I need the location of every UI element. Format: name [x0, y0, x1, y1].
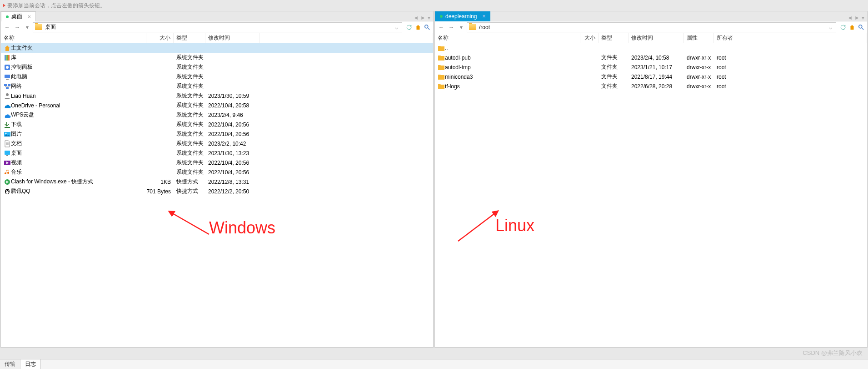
- folder-icon: [469, 24, 476, 30]
- list-item[interactable]: 网络系统文件夹: [1, 81, 433, 91]
- col-name[interactable]: 名称: [1, 33, 146, 43]
- local-tab-label: 桌面: [11, 13, 22, 20]
- dropdown-icon[interactable]: ⌵: [827, 24, 834, 30]
- item-name: 主文件夹: [11, 44, 33, 52]
- list-item[interactable]: ..: [435, 43, 867, 53]
- cell-owner: root: [714, 55, 741, 61]
- local-tabbar: 桌面 × ◄ ► ▾: [1, 11, 433, 21]
- col-name[interactable]: 名称: [435, 33, 580, 43]
- svg-rect-1: [5, 55, 6, 61]
- tab-transfer[interactable]: 传输: [0, 359, 20, 369]
- list-item[interactable]: Liao Huan系统文件夹2023/1/30, 10:59: [1, 91, 433, 101]
- col-modified[interactable]: 修改时间: [205, 33, 260, 43]
- col-owner[interactable]: 所有者: [714, 33, 741, 43]
- list-item[interactable]: Clash for Windows.exe - 快捷方式1KB快捷方式2022/…: [1, 177, 433, 187]
- svg-point-14: [5, 132, 7, 134]
- folder-icon: [438, 83, 445, 90]
- refresh-button[interactable]: [839, 23, 847, 31]
- watermark: CSDN @弗兰随风小欢: [803, 349, 863, 357]
- cell-type: 系统文件夹: [174, 121, 205, 128]
- tab-right-icon[interactable]: ►: [420, 15, 426, 21]
- cell-type: 系统文件夹: [174, 130, 205, 138]
- history-dropdown-icon[interactable]: ▾: [457, 23, 466, 32]
- cell-name: miniconda3: [435, 73, 580, 81]
- list-item[interactable]: 桌面系统文件夹2023/1/30, 13:23: [1, 148, 433, 158]
- refresh-button[interactable]: [405, 23, 413, 31]
- cell-type: 系统文件夹: [174, 149, 205, 157]
- list-item[interactable]: 主文件夹: [1, 43, 433, 53]
- list-item[interactable]: 下载系统文件夹2022/10/4, 20:56: [1, 120, 433, 129]
- remote-path-box[interactable]: ⌵: [467, 22, 836, 32]
- list-item[interactable]: 图片系统文件夹2022/10/4, 20:56: [1, 129, 433, 139]
- svg-point-0: [425, 25, 428, 28]
- music-icon: [4, 169, 11, 176]
- home-button[interactable]: [414, 23, 422, 31]
- cell-name: 主文件夹: [1, 44, 146, 52]
- cell-modified: 2021/8/17, 19:44: [629, 74, 684, 80]
- svg-rect-7: [6, 79, 9, 80]
- cell-attr: drwxr-xr-x: [684, 74, 714, 80]
- cell-type: 系统文件夹: [174, 111, 205, 119]
- col-spacer: [260, 33, 433, 43]
- item-name: 视频: [11, 159, 22, 167]
- close-icon[interactable]: ×: [28, 14, 31, 20]
- list-item[interactable]: 文档系统文件夹2023/2/2, 10:42: [1, 139, 433, 148]
- tab-left-icon[interactable]: ◄: [847, 15, 853, 21]
- remote-path-input[interactable]: [479, 24, 827, 30]
- forward-button[interactable]: →: [447, 23, 456, 32]
- cell-name: 桌面: [1, 149, 146, 157]
- list-item[interactable]: WPS云盘系统文件夹2023/2/4, 9:46: [1, 110, 433, 120]
- thispc-icon: [4, 73, 11, 81]
- tab-left-icon[interactable]: ◄: [413, 15, 419, 21]
- cell-name: WPS云盘: [1, 111, 146, 119]
- back-button[interactable]: ←: [3, 23, 12, 32]
- cell-modified: 2022/6/28, 20:28: [629, 83, 684, 90]
- forward-button[interactable]: →: [13, 23, 22, 32]
- list-item[interactable]: tf-logs文件夹2022/6/28, 20:28drwxr-xr-xroot: [435, 81, 867, 91]
- list-item[interactable]: 腾讯QQ701 Bytes快捷方式2022/12/2, 20:50: [1, 187, 433, 196]
- list-item[interactable]: autodl-pub文件夹2023/2/4, 10:58drwxr-xr-xro…: [435, 53, 867, 62]
- back-button[interactable]: ←: [437, 23, 446, 32]
- cell-attr: drwxr-xr-x: [684, 64, 714, 71]
- cell-attr: drwxr-xr-x: [684, 83, 714, 90]
- col-type[interactable]: 类型: [599, 33, 629, 43]
- home-button[interactable]: [848, 23, 856, 31]
- col-modified[interactable]: 修改时间: [629, 33, 684, 43]
- list-item[interactable]: 音乐系统文件夹2022/10/4, 20:56: [1, 167, 433, 177]
- col-attr[interactable]: 属性: [684, 33, 714, 43]
- status-dot-icon: [6, 15, 9, 18]
- col-type[interactable]: 类型: [174, 33, 205, 43]
- find-button[interactable]: [423, 23, 431, 31]
- cell-attr: drwxr-xr-x: [684, 55, 714, 61]
- tab-right-icon[interactable]: ►: [854, 15, 860, 21]
- col-size[interactable]: 大小: [580, 33, 599, 43]
- tab-log[interactable]: 日志: [20, 359, 41, 369]
- onedrive-icon: [4, 102, 11, 109]
- remote-tab[interactable]: deeplearning ×: [435, 11, 490, 21]
- list-item[interactable]: autodl-tmp文件夹2023/1/21, 10:17drwxr-xr-xr…: [435, 62, 867, 72]
- col-size[interactable]: 大小: [146, 33, 174, 43]
- tab-menu-icon[interactable]: ▾: [862, 15, 864, 21]
- item-name: tf-logs: [445, 83, 460, 90]
- list-item[interactable]: 此电脑系统文件夹: [1, 72, 433, 81]
- dropdown-icon[interactable]: ⌵: [393, 24, 400, 30]
- item-name: 此电脑: [11, 73, 27, 81]
- list-item[interactable]: 视频系统文件夹2022/10/4, 20:56: [1, 158, 433, 167]
- list-item[interactable]: 控制面板系统文件夹: [1, 62, 433, 72]
- list-item[interactable]: miniconda3文件夹2021/8/17, 19:44drwxr-xr-xr…: [435, 72, 867, 81]
- cell-type: 系统文件夹: [174, 82, 205, 90]
- cell-owner: root: [714, 74, 741, 80]
- find-button[interactable]: [857, 23, 865, 31]
- history-dropdown-icon[interactable]: ▾: [23, 23, 32, 32]
- tab-menu-icon[interactable]: ▾: [428, 15, 430, 21]
- local-tab[interactable]: 桌面 ×: [1, 11, 36, 21]
- network-icon: [4, 83, 11, 90]
- list-item[interactable]: OneDrive - Personal系统文件夹2022/10/4, 20:58: [1, 101, 433, 110]
- cell-modified: 2022/10/4, 20:56: [205, 121, 260, 128]
- local-path-input[interactable]: [45, 24, 393, 30]
- tabnav: ◄ ► ▾: [844, 15, 867, 21]
- wps-icon: [4, 111, 11, 119]
- close-icon[interactable]: ×: [482, 13, 485, 20]
- list-item[interactable]: 库系统文件夹: [1, 53, 433, 62]
- local-path-box[interactable]: ⌵: [33, 22, 402, 32]
